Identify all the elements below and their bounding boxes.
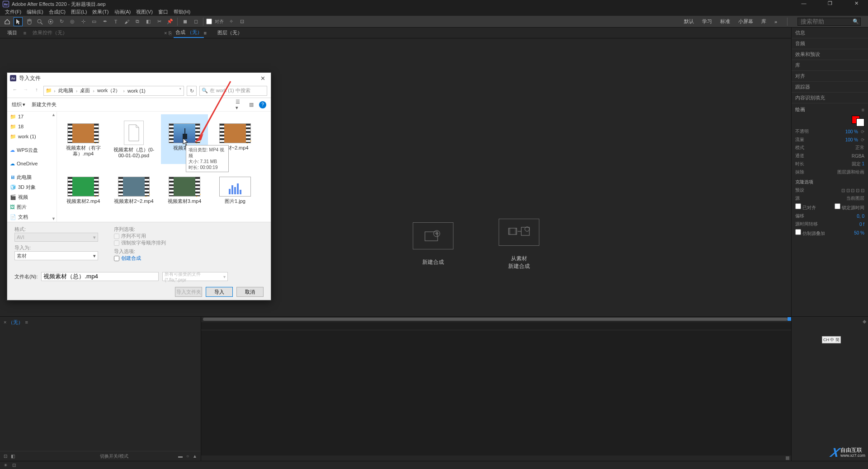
sidebar-folder-18[interactable]: 📁18 [7, 122, 57, 131]
nav-back-button[interactable]: ← [11, 87, 19, 95]
workspace-learn[interactable]: 学习 [702, 18, 712, 25]
timeline-zoom-in-icon[interactable]: ▲ [193, 454, 197, 459]
fill-icon[interactable]: ◼ [180, 17, 189, 26]
timeline-ruler[interactable] [201, 322, 791, 330]
menu-effect[interactable]: 效果(T) [90, 8, 111, 16]
menu-edit[interactable]: 编辑(E) [24, 8, 46, 16]
comp-panel-menu[interactable]: ≡ [204, 30, 207, 36]
new-comp-from-footage-button[interactable]: 从素材 新建合成 [499, 219, 539, 270]
offset-value[interactable]: 0, 0 [857, 214, 864, 219]
timeline-zoom-slider[interactable]: ○ [186, 454, 189, 459]
preset-buttons[interactable]: ⊡ ⊡ ⊡ ⊡ ⊡ [841, 188, 864, 193]
import-as-select[interactable]: 素材▾ [14, 251, 98, 260]
panel-tracker[interactable]: 跟踪器 [792, 82, 868, 93]
ime-indicator[interactable]: CH 中 简 [822, 336, 841, 343]
panel-effects-presets[interactable]: 效果和预设 [792, 49, 868, 60]
panel-info[interactable]: 信息 [792, 28, 868, 38]
clone-stamp-tool[interactable]: ⧉ [133, 17, 142, 26]
snap-checkbox[interactable] [206, 19, 212, 24]
menu-file[interactable]: 文件(F) [3, 8, 24, 16]
tab-effect-controls[interactable]: 效果控件（无） [29, 28, 71, 38]
aligned-checkbox[interactable] [795, 203, 801, 209]
menu-help[interactable]: 帮助(H) [171, 8, 193, 16]
source-value[interactable]: 当前图层 [846, 195, 864, 202]
panel-align[interactable]: 对齐 [792, 71, 868, 82]
stroke-icon[interactable]: ◻ [191, 17, 200, 26]
timeline-scroll-right[interactable] [201, 455, 791, 461]
crumb-work1[interactable]: work (1) [127, 88, 146, 94]
file-filter-select[interactable]: 所有可接受的文件 (*.fla;*.prpr▾ [162, 272, 228, 281]
cancel-button[interactable]: 取消 [236, 287, 264, 297]
crumb-pc[interactable]: 此电脑 [57, 87, 74, 94]
lock-source-checkbox[interactable] [835, 203, 840, 209]
roto-brush-tool[interactable]: ✂ [155, 17, 164, 26]
toggle-switches-label[interactable]: 切换开关/模式 [100, 453, 128, 460]
timeline-scrollbar-top[interactable] [201, 317, 791, 322]
panel-library[interactable]: 库 [792, 60, 868, 71]
import-button[interactable]: 导入 [206, 287, 233, 297]
organize-dropdown[interactable]: 组织 ▾ [12, 101, 25, 108]
workspace-library[interactable]: 库 [761, 18, 766, 25]
new-folder-button[interactable]: 新建文件夹 [32, 101, 57, 108]
create-comp-checkbox[interactable] [114, 256, 119, 261]
sidebar-wps[interactable]: ☁WPS云盘 [7, 145, 57, 155]
dialog-close-button[interactable]: ✕ [257, 75, 268, 82]
help-search-input[interactable] [797, 18, 861, 26]
maximize-button[interactable]: ❐ [821, 0, 839, 8]
flow-value[interactable]: 100 % [845, 137, 858, 142]
minimize-button[interactable]: — [795, 0, 813, 8]
import-folder-button[interactable]: 导入文件夹 [175, 287, 202, 297]
view-mode-icon[interactable]: ☰ ▾ [236, 101, 244, 109]
preview-pane-icon[interactable]: ▥ [247, 101, 255, 109]
timeline-toggle-2-icon[interactable]: ◧ [11, 454, 15, 459]
file-item[interactable]: 视频素材（有字幕）.mp4 [60, 114, 107, 164]
dialog-search-input[interactable]: 🔍 在 work (1) 中搜索 [199, 86, 267, 96]
sidebar-video[interactable]: 🎬视频 [7, 192, 57, 202]
sidebar-onedrive[interactable]: ☁OneDrive [7, 159, 57, 169]
duration-value[interactable]: 固定 [852, 161, 861, 166]
file-item[interactable] [110, 221, 157, 222]
srctime-value[interactable]: 0 f [859, 222, 864, 227]
menu-window[interactable]: 窗口 [156, 8, 170, 16]
orbit-tool[interactable] [46, 17, 55, 26]
home-button[interactable] [3, 17, 12, 26]
file-item[interactable]: 视频素材2.mp4 [60, 168, 107, 217]
sidebar-this-pc[interactable]: 🖥此电脑 [7, 172, 57, 182]
workspace-default[interactable]: 默认 [684, 18, 694, 25]
timeline-toggle-1-icon[interactable]: ⊡ [4, 454, 7, 459]
tab-composition[interactable]: 合成 （无） [174, 28, 203, 38]
file-item[interactable] [161, 221, 208, 222]
type-tool[interactable]: T [111, 17, 120, 26]
menu-view[interactable]: 视图(V) [134, 8, 155, 16]
snap-option-icon[interactable]: ✧ [226, 17, 236, 26]
comp-tab-close-icon[interactable]: × [164, 30, 167, 36]
file-item[interactable] [212, 221, 259, 222]
channel-value[interactable]: RGBA [852, 154, 864, 159]
puppet-tool[interactable]: 📌 [165, 17, 175, 26]
zoom-tool[interactable] [35, 17, 44, 26]
snap-option2-icon[interactable]: ⊡ [237, 17, 246, 26]
workspace-small[interactable]: 小屏幕 [738, 18, 753, 25]
file-item[interactable] [60, 221, 107, 222]
brush-tool[interactable]: 🖌 [122, 17, 131, 26]
pen-tool[interactable]: ✒ [100, 17, 109, 26]
breadcrumb-path[interactable]: 📁 › 此电脑 › 桌面 › work（2） › work (1) ˅ [43, 86, 184, 96]
crumb-desktop[interactable]: 桌面 [79, 87, 91, 94]
pan-behind-tool[interactable]: ⊹ [79, 17, 88, 26]
sidebar-pictures[interactable]: 🖼图片 [7, 202, 57, 212]
file-item[interactable]: 视频素材（总）(0-00-01-02).psd [110, 114, 157, 164]
crumb-work2[interactable]: work（2） [96, 87, 121, 94]
sidebar-3d[interactable]: 🧊3D 对象 [7, 182, 57, 192]
timeline-tab[interactable]: ×（无）≡ [0, 317, 201, 328]
nav-up-button[interactable]: ↑ [33, 87, 41, 95]
path-dropdown-icon[interactable]: ˅ [179, 88, 182, 94]
tab-project[interactable]: 项目 [4, 28, 21, 38]
menu-layer[interactable]: 图层(L) [69, 8, 89, 16]
filename-input[interactable] [41, 272, 159, 281]
paint-menu-icon[interactable]: ≡ [862, 107, 864, 113]
mode-value[interactable]: 正常 [855, 145, 864, 151]
help-icon[interactable]: ? [259, 101, 266, 108]
menu-composition[interactable]: 合成(C) [47, 8, 68, 16]
side-scroll-up-icon[interactable]: ▲ [52, 113, 56, 117]
rotation-tool[interactable]: ↻ [57, 17, 66, 26]
